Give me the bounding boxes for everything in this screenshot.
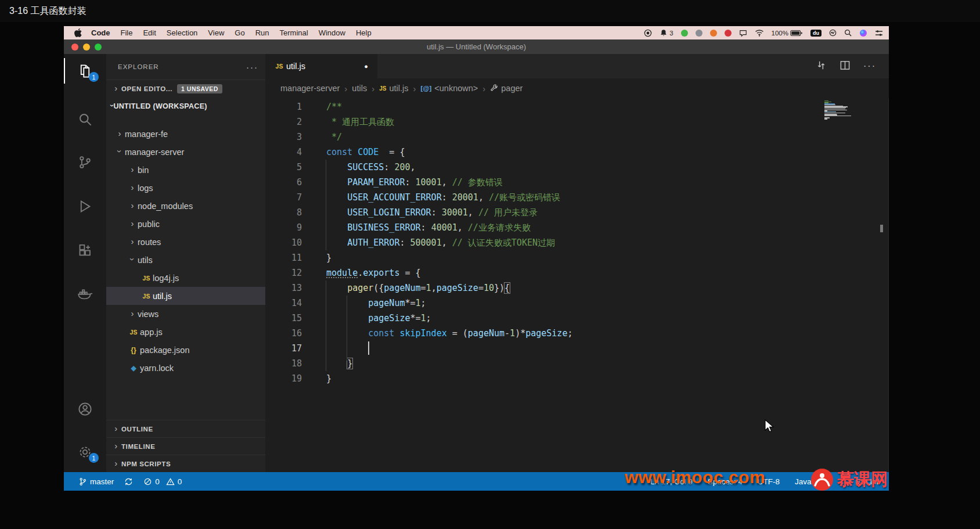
js-file-icon: JS — [379, 85, 386, 92]
siri-icon[interactable] — [859, 29, 867, 37]
app-icon-gray[interactable] — [696, 30, 702, 37]
menu-run[interactable]: Run — [255, 28, 269, 37]
menu-edit[interactable]: Edit — [143, 28, 156, 37]
section-timeline[interactable]: ›TIMELINE — [106, 437, 265, 455]
code-line-4[interactable]: 4const CODE = { — [265, 145, 889, 160]
source-control-icon[interactable] — [64, 147, 106, 177]
menu-selection[interactable]: Selection — [167, 28, 197, 37]
breadcrumb-item-pager[interactable]: pager — [490, 84, 523, 93]
breadcrumb-item-utils[interactable]: utils — [352, 84, 367, 93]
breadcrumb-item-unknown[interactable]: [@]<unknown> — [420, 84, 478, 93]
minimap[interactable] — [824, 100, 857, 120]
open-editors-section[interactable]: › OPEN EDITO... 1 UNSAVED — [106, 80, 265, 97]
tree-item-node_modules[interactable]: ›node_modules — [106, 197, 265, 215]
chevron-right-icon: › — [111, 83, 121, 93]
tree-item-util.js[interactable]: JSutil.js — [106, 287, 265, 305]
code-line-17[interactable]: 17 — [265, 341, 889, 356]
problems-item[interactable]: 0 0 — [143, 477, 182, 486]
tree-item-utils[interactable]: ›utils — [106, 251, 265, 269]
code-line-14[interactable]: 14 pageNum*=1; — [265, 296, 889, 311]
section-outline[interactable]: ›OUTLINE — [106, 420, 265, 437]
code-line-6[interactable]: 6 PARAM_ERROR: 10001, // 参数错误 — [265, 175, 889, 190]
tree-item-app.js[interactable]: JSapp.js — [106, 323, 265, 341]
code-line-13[interactable]: 13 pager({pageNum=1,pageSize=10}){ — [265, 280, 889, 296]
control-center-icon[interactable] — [875, 30, 883, 37]
tree-item-label: manager-fe — [125, 129, 168, 139]
wifi-icon[interactable] — [755, 29, 764, 37]
tree-item-views[interactable]: ›views — [106, 305, 265, 323]
menu-terminal[interactable]: Terminal — [280, 28, 308, 37]
code-line-2[interactable]: 2 * 通用工具函数 — [265, 114, 889, 129]
breadcrumb-item-manager-server[interactable]: manager-server — [280, 84, 340, 93]
menu-view[interactable]: View — [208, 28, 224, 37]
code-line-11[interactable]: 11} — [265, 250, 889, 265]
code-line-18[interactable]: 18 } — [265, 356, 889, 371]
more-actions-icon[interactable]: ··· — [246, 62, 258, 72]
app-icon-red[interactable] — [725, 30, 732, 37]
split-editor-icon[interactable] — [840, 60, 851, 73]
apple-icon[interactable] — [74, 28, 82, 37]
menu-go[interactable]: Go — [235, 28, 244, 37]
app-icon-orange[interactable] — [710, 30, 717, 37]
settings-gear-icon[interactable]: 1 — [64, 437, 106, 467]
tree-item-routes[interactable]: ›routes — [106, 233, 265, 251]
code-line-5[interactable]: 5 SUCCESS: 200, — [265, 160, 889, 175]
input-source-icon[interactable]: du — [810, 30, 822, 37]
tree-item-yarn.lock[interactable]: ◆yarn.lock — [106, 359, 265, 377]
minimize-window-button[interactable] — [83, 44, 90, 51]
code-line-12[interactable]: 12module.exports = { — [265, 265, 889, 280]
search-sidebar-icon[interactable] — [64, 104, 106, 134]
search-icon[interactable] — [844, 29, 852, 37]
menu-help[interactable]: Help — [356, 28, 372, 37]
scrollbar-gutter[interactable] — [888, 98, 889, 472]
chevron-down-icon: › — [128, 254, 138, 265]
tree-item-package.json[interactable]: {}package.json — [106, 341, 265, 359]
tree-item-bin[interactable]: ›bin — [106, 161, 265, 179]
code-line-7[interactable]: 7 USER_ACCOUNT_ERROR: 20001, //账号或密码错误 — [265, 190, 889, 205]
sync-changes-icon[interactable] — [124, 477, 133, 486]
menu-app-name[interactable]: Code — [91, 28, 110, 37]
tree-item-logs[interactable]: ›logs — [106, 179, 265, 197]
code-line-3[interactable]: 3 */ — [265, 129, 889, 145]
breadcrumb-label: <unknown> — [434, 84, 478, 93]
screen-record-icon[interactable] — [644, 29, 652, 37]
line-number: 4 — [265, 145, 302, 160]
close-window-button[interactable] — [71, 44, 78, 51]
code-line-10[interactable]: 10 AUTH_ERROR: 500001, // 认证失败或TOKEN过期 — [265, 235, 889, 250]
chat-bubble-icon[interactable] — [739, 29, 747, 37]
tree-item-manager-server[interactable]: ›manager-server — [106, 143, 265, 161]
tree-item-label: routes — [138, 237, 161, 247]
zoom-window-button[interactable] — [95, 44, 102, 51]
code-line-15[interactable]: 15 pageSize*=1; — [265, 311, 889, 326]
code-line-16[interactable]: 16 const skipIndex = (pageNum-1)*pageSiz… — [265, 326, 889, 341]
workspace-root[interactable]: › UNTITLED (WORKSPACE) — [106, 97, 265, 115]
tab-util-js[interactable]: JS util.js ● — [265, 54, 377, 78]
menu-window[interactable]: Window — [319, 28, 345, 37]
tree-item-public[interactable]: ›public — [106, 215, 265, 233]
git-branch-item[interactable]: master — [78, 477, 114, 486]
explorer-icon[interactable]: 1 — [64, 56, 106, 86]
tree-item-log4j.js[interactable]: JSlog4j.js — [106, 269, 265, 287]
extensions-icon[interactable] — [64, 235, 106, 265]
code-line-8[interactable]: 8 USER_LOGIN_ERROR: 30001, // 用户未登录 — [265, 205, 889, 220]
docker-icon[interactable] — [64, 278, 106, 308]
run-debug-icon[interactable] — [64, 191, 106, 221]
account-icon[interactable] — [64, 394, 106, 424]
unsaved-dot-icon[interactable]: ● — [364, 63, 368, 70]
notifications-bell-icon[interactable]: 3 — [660, 29, 673, 37]
video-title-bar: 3-16 工具函数封装 — [0, 0, 980, 22]
code-line-1[interactable]: 1/** — [265, 99, 889, 114]
code-line-9[interactable]: 9 BUSINESS_ERROR: 40001, //业务请求失败 — [265, 220, 889, 235]
code-line-19[interactable]: 19} — [265, 371, 889, 386]
code-editor[interactable]: 1/**2 * 通用工具函数3 */4const CODE = {5 SUCCE… — [265, 98, 889, 472]
tree-item-manager-fe[interactable]: ›manager-fe — [106, 125, 265, 143]
settings-badge: 1 — [89, 453, 99, 463]
app-icon-green[interactable] — [681, 30, 688, 37]
breadcrumb-item-util.js[interactable]: JSutil.js — [379, 84, 408, 93]
menu-file[interactable]: File — [121, 28, 133, 37]
section-npm-scripts[interactable]: ›NPM SCRIPTS — [106, 455, 265, 472]
activity-icon[interactable] — [829, 29, 837, 37]
editor-more-actions-icon[interactable]: ··· — [863, 61, 876, 71]
battery-indicator[interactable]: 100% — [772, 30, 803, 37]
compare-changes-icon[interactable] — [816, 60, 827, 73]
